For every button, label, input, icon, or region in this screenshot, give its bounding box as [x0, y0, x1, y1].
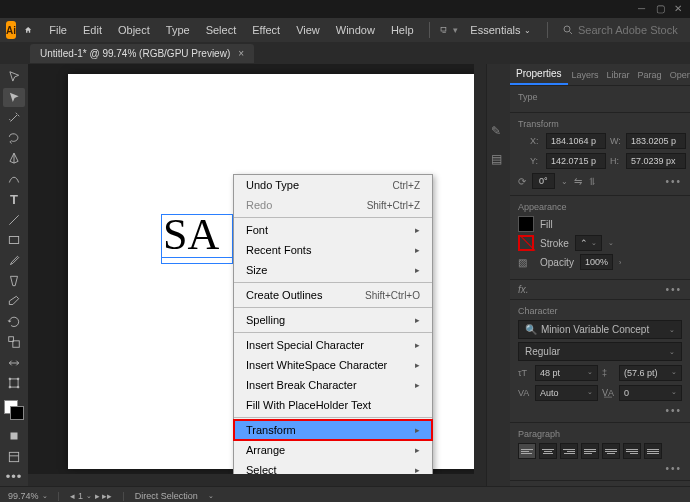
leading-input[interactable]: (57.6 pt)⌄ [619, 365, 682, 381]
stock-search-input[interactable] [578, 24, 678, 36]
menu-edit[interactable]: Edit [76, 20, 109, 40]
canvas[interactable]: SA Undo TypeCtrl+Z RedoShift+Ctrl+Z Font… [28, 64, 486, 486]
ctx-undo[interactable]: Undo TypeCtrl+Z [234, 175, 432, 195]
minimize-button[interactable]: ─ [638, 3, 650, 15]
tab-close-icon[interactable]: × [238, 48, 244, 59]
align-right-button[interactable] [560, 443, 578, 459]
justify-right-button[interactable] [623, 443, 641, 459]
tab-libraries[interactable]: Librar [603, 66, 634, 84]
ctx-fill-placeholder[interactable]: Fill With PlaceHolder Text [234, 395, 432, 415]
transform-more-icon[interactable]: ••• [665, 176, 682, 187]
svg-point-9 [17, 386, 19, 388]
paragraph-more-icon[interactable]: ••• [665, 463, 682, 474]
transform-section: Transform X: 184.1064 p W: 183.0205 p Y:… [510, 113, 690, 196]
document-tab[interactable]: Untitled-1* @ 99.74% (RGB/GPU Preview) × [30, 44, 254, 63]
menu-type[interactable]: Type [159, 20, 197, 40]
screen-mode-icon[interactable] [3, 447, 25, 465]
font-family-dd[interactable]: 🔍Minion Variable Concept⌄ [518, 320, 682, 339]
home-icon[interactable] [24, 22, 32, 38]
close-button[interactable]: ✕ [674, 3, 686, 15]
magic-wand-tool[interactable] [3, 109, 25, 127]
ctx-size[interactable]: Size▸ [234, 260, 432, 280]
menu-window[interactable]: Window [329, 20, 382, 40]
reference-point-selector[interactable] [518, 133, 520, 151]
scale-tool[interactable] [3, 333, 25, 351]
font-size-input[interactable]: 48 pt⌄ [535, 365, 598, 381]
character-label: Character [518, 306, 682, 316]
rotate-tool[interactable] [3, 313, 25, 331]
flip-h-icon[interactable]: ⇋ [574, 176, 582, 187]
ctx-transform[interactable]: Transform▸ [234, 420, 432, 440]
workspace-switcher[interactable]: Essentials ⌄ [462, 20, 539, 40]
menu-effect[interactable]: Effect [245, 20, 287, 40]
menu-object[interactable]: Object [111, 20, 157, 40]
curvature-tool[interactable] [3, 170, 25, 188]
eraser-tool[interactable] [3, 292, 25, 310]
draw-mode-icon[interactable] [3, 427, 25, 445]
pen-tool[interactable] [3, 150, 25, 168]
stroke-color-swatch[interactable] [518, 235, 534, 251]
paintbrush-tool[interactable] [3, 252, 25, 270]
shaper-tool[interactable] [3, 272, 25, 290]
menu-help[interactable]: Help [384, 20, 421, 40]
kerning-input[interactable]: Auto⌄ [535, 385, 598, 401]
ctx-create-outlines[interactable]: Create OutlinesShift+Ctrl+O [234, 285, 432, 305]
appearance-label: Appearance [518, 202, 682, 212]
y-input[interactable]: 142.0715 p [546, 153, 606, 169]
document-tab-bar: Untitled-1* @ 99.74% (RGB/GPU Preview) × [0, 42, 690, 64]
canvas-scrollbar-vertical[interactable] [474, 64, 486, 474]
fill-color-swatch[interactable] [518, 216, 534, 232]
tracking-input[interactable]: 0⌄ [619, 385, 682, 401]
eyedropper-icon[interactable]: ✎ [491, 124, 507, 140]
fill-stroke-swatches[interactable] [4, 400, 24, 417]
flip-v-icon[interactable]: ⥮ [588, 176, 596, 187]
ctx-spelling[interactable]: Spelling▸ [234, 310, 432, 330]
tab-opentype[interactable]: Open [666, 66, 690, 84]
zoom-display[interactable]: 99.74% ⌄ [8, 491, 48, 501]
line-tool[interactable] [3, 211, 25, 229]
ctx-insert-special[interactable]: Insert Special Character▸ [234, 335, 432, 355]
svg-point-8 [9, 386, 11, 388]
menu-select[interactable]: Select [199, 20, 244, 40]
edit-toolbar-icon[interactable]: ••• [3, 468, 25, 486]
tab-layers[interactable]: Layers [568, 66, 603, 84]
menu-file[interactable]: File [42, 20, 74, 40]
maximize-button[interactable]: ▢ [656, 3, 668, 15]
fx-row[interactable]: fx.••• [510, 280, 690, 300]
width-tool[interactable] [3, 353, 25, 371]
font-style-dd[interactable]: Regular⌄ [518, 342, 682, 361]
angle-input[interactable]: 0° [532, 173, 555, 189]
direct-selection-tool[interactable] [3, 88, 25, 106]
canvas-scrollbar-horizontal[interactable] [28, 474, 486, 486]
x-input[interactable]: 184.1064 p [546, 133, 606, 149]
tab-properties[interactable]: Properties [510, 64, 568, 85]
tab-paragraph[interactable]: Parag [634, 66, 666, 84]
align-center-button[interactable] [539, 443, 557, 459]
justify-all-button[interactable] [644, 443, 662, 459]
canvas-text[interactable]: SA [163, 209, 219, 260]
opacity-input[interactable]: 100% [580, 254, 613, 270]
stroke-swatch[interactable] [10, 406, 24, 420]
free-transform-tool[interactable] [3, 374, 25, 392]
align-left-button[interactable] [518, 443, 536, 459]
menu-view[interactable]: View [289, 20, 327, 40]
h-input[interactable]: 57.0239 px [626, 153, 686, 169]
character-more-icon[interactable]: ••• [665, 405, 682, 416]
selection-tool[interactable] [3, 68, 25, 86]
w-input[interactable]: 183.0205 p [626, 133, 686, 149]
rectangle-tool[interactable] [3, 231, 25, 249]
ctx-font[interactable]: Font▸ [234, 220, 432, 240]
stroke-weight-dd[interactable]: ⌃⌄ [575, 235, 602, 251]
panel-icon[interactable]: ▤ [491, 152, 507, 168]
justify-left-button[interactable] [581, 443, 599, 459]
artboard-nav[interactable]: ◂ 1 ⌄ ▸ ▸▸ [70, 491, 113, 501]
share-icon[interactable] [440, 23, 448, 37]
type-tool[interactable]: T [3, 190, 25, 208]
ctx-recent-fonts[interactable]: Recent Fonts▸ [234, 240, 432, 260]
stock-search[interactable] [556, 22, 684, 38]
ctx-insert-whitespace[interactable]: Insert WhiteSpace Character▸ [234, 355, 432, 375]
justify-center-button[interactable] [602, 443, 620, 459]
lasso-tool[interactable] [3, 129, 25, 147]
ctx-insert-break[interactable]: Insert Break Character▸ [234, 375, 432, 395]
ctx-arrange[interactable]: Arrange▸ [234, 440, 432, 460]
